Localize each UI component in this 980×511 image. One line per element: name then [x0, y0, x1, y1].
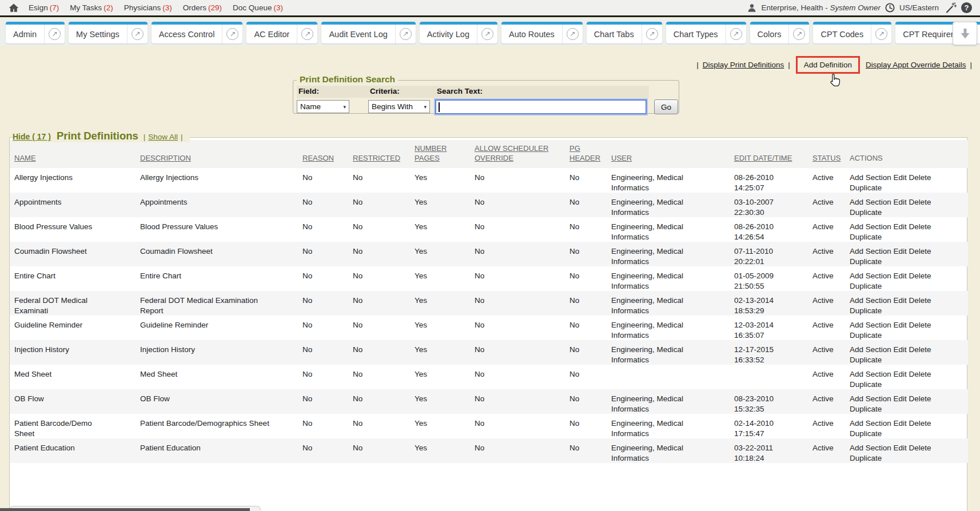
clock-icon[interactable] — [885, 2, 895, 13]
row-action-delete[interactable]: Delete — [909, 198, 931, 206]
row-action-duplicate[interactable]: Duplicate — [850, 380, 882, 389]
field-select[interactable]: Name ▾ — [297, 100, 349, 113]
row-action-delete[interactable]: Delete — [909, 296, 931, 305]
row-action-delete[interactable]: Delete — [909, 394, 931, 403]
wand-icon[interactable] — [945, 2, 957, 14]
row-action-duplicate[interactable]: Duplicate — [850, 331, 882, 340]
row-action-add-section[interactable]: Add Section — [850, 247, 891, 256]
external-link-icon[interactable]: ↗ — [730, 28, 742, 40]
row-action-edit[interactable]: Edit — [894, 345, 907, 354]
external-link-icon[interactable]: ↗ — [481, 28, 493, 40]
external-link-icon[interactable]: ↗ — [400, 28, 412, 40]
external-link-icon[interactable]: ↗ — [793, 28, 805, 40]
display-appt-override-link[interactable]: Display Appt Override Details — [866, 61, 966, 69]
row-action-duplicate[interactable]: Duplicate — [850, 208, 882, 217]
help-icon[interactable]: ? — [961, 2, 972, 13]
timezone-label[interactable]: US/Eastern — [899, 3, 939, 12]
column-header-label[interactable]: RESTRICTED — [353, 154, 400, 162]
nav-item-physicians[interactable]: Physicians(3) — [124, 3, 172, 12]
display-print-definitions-link[interactable]: Display Print Definitions — [703, 61, 784, 69]
row-action-edit[interactable]: Edit — [894, 296, 907, 305]
hide-count-link[interactable]: Hide ( 17 ) — [13, 132, 51, 141]
row-action-delete[interactable]: Delete — [909, 272, 931, 280]
row-action-add-section[interactable]: Add Section — [850, 173, 891, 182]
nav-item-esign[interactable]: Esign(7) — [29, 3, 59, 12]
row-action-delete[interactable]: Delete — [909, 173, 931, 182]
row-action-delete[interactable]: Delete — [909, 370, 931, 378]
tab-chart-tabs[interactable]: Chart Tabs↗ — [587, 22, 662, 43]
column-header-label[interactable]: NAME — [14, 154, 36, 162]
row-action-add-section[interactable]: Add Section — [850, 321, 891, 329]
row-action-duplicate[interactable]: Duplicate — [850, 257, 882, 266]
show-all-link[interactable]: Show All — [148, 133, 178, 141]
column-header-label[interactable]: ALLOW SCHEDULER OVERRIDE — [475, 144, 548, 162]
tab-ac-editor[interactable]: AC Editor↗ — [246, 22, 317, 43]
tab-chart-types[interactable]: Chart Types↗ — [666, 22, 746, 43]
nav-item-my-tasks[interactable]: My Tasks(2) — [70, 3, 113, 12]
row-action-add-section[interactable]: Add Section — [850, 296, 891, 305]
expand-tabs-button[interactable] — [953, 22, 977, 45]
external-link-icon[interactable]: ↗ — [646, 28, 658, 40]
search-text-input[interactable] — [435, 99, 647, 114]
row-action-delete[interactable]: Delete — [909, 444, 931, 452]
row-action-duplicate[interactable]: Duplicate — [850, 233, 882, 241]
row-action-edit[interactable]: Edit — [894, 173, 907, 182]
row-action-add-section[interactable]: Add Section — [850, 444, 891, 452]
row-action-add-section[interactable]: Add Section — [850, 222, 891, 231]
row-action-edit[interactable]: Edit — [894, 370, 907, 378]
row-action-edit[interactable]: Edit — [894, 394, 907, 403]
row-action-duplicate[interactable]: Duplicate — [850, 183, 882, 192]
row-action-add-section[interactable]: Add Section — [850, 198, 891, 206]
tab-admin[interactable]: Admin↗ — [6, 22, 65, 43]
column-header-label[interactable]: DESCRIPTION — [140, 154, 191, 162]
nav-item-orders[interactable]: Orders(29) — [183, 3, 222, 12]
column-header-label[interactable]: REASON — [302, 154, 334, 162]
row-action-add-section[interactable]: Add Section — [850, 419, 891, 428]
criteria-select[interactable]: Begins With ▾ — [368, 100, 430, 113]
external-link-icon[interactable]: ↗ — [301, 28, 313, 40]
row-action-edit[interactable]: Edit — [894, 444, 907, 452]
row-action-duplicate[interactable]: Duplicate — [850, 306, 882, 315]
row-action-edit[interactable]: Edit — [894, 222, 907, 231]
tab-colors[interactable]: Colors↗ — [750, 22, 810, 43]
tab-activity-log[interactable]: Activity Log↗ — [420, 22, 497, 43]
go-button[interactable]: Go — [654, 99, 678, 114]
row-action-delete[interactable]: Delete — [909, 345, 931, 354]
column-header-label[interactable]: STATUS — [812, 154, 840, 162]
row-action-add-section[interactable]: Add Section — [850, 370, 891, 378]
row-action-delete[interactable]: Delete — [909, 321, 931, 329]
row-action-add-section[interactable]: Add Section — [850, 394, 891, 403]
row-action-duplicate[interactable]: Duplicate — [850, 405, 882, 413]
row-action-duplicate[interactable]: Duplicate — [850, 429, 882, 438]
row-action-delete[interactable]: Delete — [909, 247, 931, 256]
column-header-label[interactable]: USER — [611, 154, 632, 162]
row-action-duplicate[interactable]: Duplicate — [850, 282, 882, 290]
external-link-icon[interactable]: ↗ — [49, 28, 61, 40]
row-action-duplicate[interactable]: Duplicate — [850, 454, 882, 462]
tab-my-settings[interactable]: My Settings↗ — [69, 22, 148, 43]
row-action-delete[interactable]: Delete — [909, 222, 931, 231]
column-header-label[interactable]: EDIT DATE/TIME — [734, 154, 792, 162]
column-header-label[interactable]: NUMBER PAGES — [415, 144, 447, 162]
horizontal-scrollbar-thumb[interactable] — [0, 508, 250, 511]
external-link-icon[interactable]: ↗ — [875, 28, 887, 40]
row-action-edit[interactable]: Edit — [894, 198, 907, 206]
external-link-icon[interactable]: ↗ — [132, 28, 144, 40]
external-link-icon[interactable]: ↗ — [226, 28, 238, 40]
add-definition-link[interactable]: Add Definition — [804, 61, 852, 69]
row-action-delete[interactable]: Delete — [909, 419, 931, 428]
row-action-edit[interactable]: Edit — [894, 321, 907, 329]
home-icon[interactable] — [8, 2, 19, 14]
tab-cpt-codes[interactable]: CPT Codes↗ — [813, 22, 891, 43]
row-action-add-section[interactable]: Add Section — [850, 345, 891, 354]
tab-audit-event-log[interactable]: Audit Event Log↗ — [321, 22, 415, 43]
row-action-edit[interactable]: Edit — [894, 247, 907, 256]
column-header-label[interactable]: PG HEADER — [569, 144, 600, 162]
nav-item-doc-queue[interactable]: Doc Queue(3) — [233, 3, 283, 12]
row-action-duplicate[interactable]: Duplicate — [850, 356, 882, 364]
tab-auto-routes[interactable]: Auto Routes↗ — [501, 22, 583, 43]
row-action-edit[interactable]: Edit — [894, 272, 907, 280]
tab-access-control[interactable]: Access Control↗ — [152, 22, 243, 43]
row-action-add-section[interactable]: Add Section — [850, 272, 891, 280]
row-action-edit[interactable]: Edit — [894, 419, 907, 428]
